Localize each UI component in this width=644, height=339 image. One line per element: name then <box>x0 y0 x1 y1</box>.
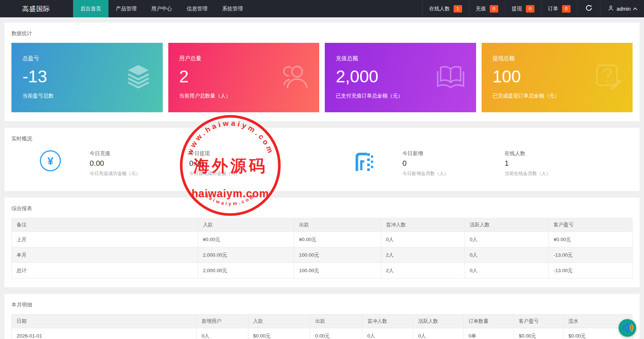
question-edit-icon <box>594 62 623 93</box>
today-recharge-value: 0.00 <box>90 159 141 168</box>
month-detail-table: 日期 新增用户 入款 出款 首冲人数 活跃人数 订单数量 客户盈亏 流水 202… <box>11 314 633 339</box>
nav-item-users[interactable]: 用户中心 <box>144 0 179 17</box>
stat-card-profit: 总盈亏 -13 当前盈亏总数 <box>11 43 163 112</box>
status-online-count[interactable]: 在线人数 1 <box>422 0 469 17</box>
username-label: admin <box>617 6 631 12</box>
detail-header-row: 日期 新增用户 入款 出款 首冲人数 活跃人数 订单数量 客户盈亏 流水 <box>12 315 633 328</box>
status-orders[interactable]: 订单 0 <box>541 0 577 17</box>
month-detail-title: 本月明细 <box>11 302 633 308</box>
summary-report-panel: 综合报表 备注 入款 出款 首冲人数 活跃人数 客户盈亏 上月 ¥0.00元 ¥… <box>4 198 640 287</box>
nav-item-info[interactable]: 信息管理 <box>179 0 215 17</box>
summary-header-row: 备注 入款 出款 首冲人数 活跃人数 客户盈亏 <box>12 218 633 232</box>
realtime-panel-title: 实时概况 <box>11 136 633 142</box>
brand-logo: 高盛国际 <box>0 0 73 17</box>
realtime-item-online: 在线人数 1 当前在线会员数（人） <box>477 150 633 177</box>
table-row-total: 总计 2,000.00元 100.00元 2人 0人 -13.00元 <box>12 263 633 278</box>
chevron-up-icon <box>633 7 637 11</box>
summary-report-title: 综合报表 <box>11 205 633 212</box>
status-recharge[interactable]: 充值 0 <box>469 0 505 17</box>
user-icon <box>279 62 310 93</box>
navbar-right: 在线人数 1 充值 0 提现 0 订单 0 admin <box>422 0 644 17</box>
top-navbar: 高盛国际 后台首页 产品管理 用户中心 信息管理 系统管理 在线人数 1 充值 … <box>0 0 644 17</box>
stat-card-users: 用户总量 2 当前用户总数量（人） <box>168 43 320 112</box>
realtime-columns: ¥ 今日充值 0.00 今日充值成功金额（元） 今日提现 0.00 今日提现成功… <box>11 150 633 177</box>
stat-card-withdraw: 提现总额 100 已完成提现订单总金额（元） <box>482 43 633 112</box>
sound-fab-button[interactable] <box>619 319 636 337</box>
online-now-value: 1 <box>504 159 551 168</box>
table-row-last-month: 上月 ¥0.00元 ¥0.00元 0人 0人 ¥0.00元 <box>12 232 633 247</box>
open-book-icon <box>435 62 466 93</box>
table-row-detail: 2026-01-01 0人 $0.00元 0.00元 0人 0人 0单 $0.0… <box>12 328 633 339</box>
speaker-icon <box>619 332 636 338</box>
summary-report-table: 备注 入款 出款 首冲人数 活跃人数 客户盈亏 上月 ¥0.00元 ¥0.00元… <box>11 218 633 278</box>
realtime-item-withdraw: 今日提现 0.00 今日提现成功金额（元） <box>167 150 322 177</box>
person-icon <box>608 5 614 12</box>
nav-item-products[interactable]: 产品管理 <box>109 0 144 17</box>
table-row-this-month: 本月 2,000.00元 100.00元 2人 0人 -13.00元 <box>12 247 633 263</box>
refresh-button[interactable] <box>577 0 600 17</box>
today-withdraw-value: 0.00 <box>189 159 240 168</box>
stat-card-recharge: 充值总额 2,000 已支付充值订单总金额（元） <box>325 43 476 112</box>
building-icon <box>353 150 374 172</box>
stats-panel-title: 数据统计 <box>11 30 633 37</box>
refresh-icon <box>585 4 592 13</box>
realtime-panel: 实时概况 ¥ 今日充值 0.00 今日充值成功金额（元） 今日提现 0.00 今… <box>4 128 640 191</box>
realtime-item-newusers: 今日新增 0 今日新增会员数（人） <box>322 150 478 177</box>
month-detail-panel: 本月明细 日期 新增用户 入款 出款 首冲人数 活跃人数 订单数量 客户盈亏 流… <box>4 294 640 339</box>
stat-cards: 总盈亏 -13 当前盈亏总数 用户总量 2 当前用户总数量（人） <box>11 43 633 112</box>
user-menu[interactable]: admin <box>600 0 644 17</box>
online-count-badge: 1 <box>454 5 462 13</box>
nav-item-system[interactable]: 系统管理 <box>215 0 250 17</box>
stats-panel: 数据统计 总盈亏 -13 当前盈亏总数 用户总量 2 当前用户总数量（人） <box>4 23 640 121</box>
status-withdraw[interactable]: 提现 0 <box>505 0 541 17</box>
main-menu: 后台首页 产品管理 用户中心 信息管理 系统管理 <box>73 0 250 17</box>
recharge-badge: 0 <box>490 5 498 13</box>
orders-badge: 0 <box>562 5 571 13</box>
withdraw-badge: 0 <box>526 5 534 13</box>
yuan-circle-icon: ¥ <box>40 150 61 171</box>
layers-icon <box>124 62 153 93</box>
realtime-item-recharge: ¥ 今日充值 0.00 今日充值成功金额（元） <box>11 150 167 177</box>
today-new-value: 0 <box>403 159 449 168</box>
nav-item-home[interactable]: 后台首页 <box>73 0 109 17</box>
